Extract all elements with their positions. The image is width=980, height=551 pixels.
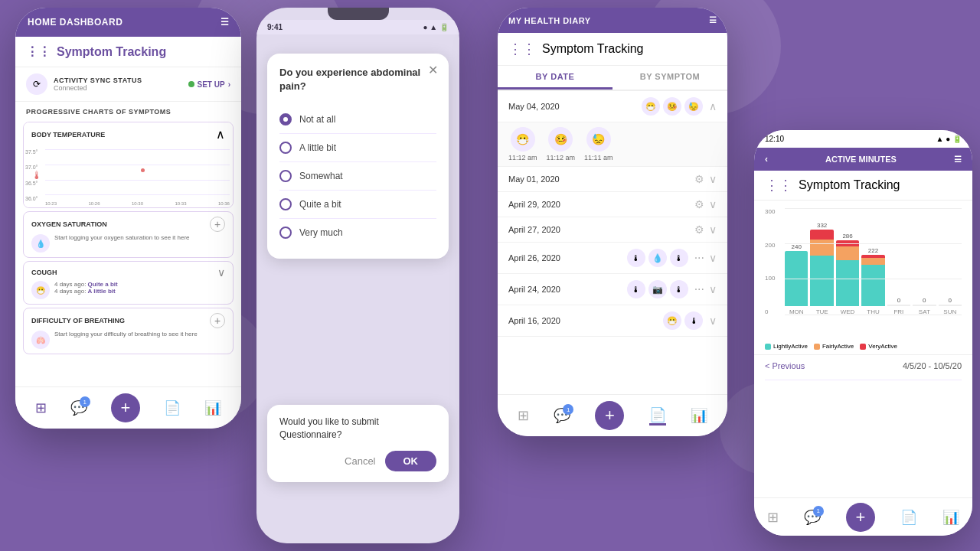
oxygen-log: Start logging your oxygen saturation to … — [54, 234, 225, 241]
chevron-down-apr27: ∨ — [709, 223, 717, 236]
more-icon-apr26[interactable]: ··· — [694, 251, 704, 265]
cough-card: COUGH ∨ 😷 4 days ago: Quite a bit 4 days… — [23, 261, 234, 305]
ok-button[interactable]: OK — [385, 451, 437, 471]
diary-date-apr24: April 24, 2020 — [508, 285, 627, 294]
phone3-nav-charts[interactable]: 📊 — [691, 407, 707, 424]
phone4-nav-messages[interactable]: 💬 1 — [804, 509, 821, 526]
dialog-footer-buttons: Cancel OK — [279, 451, 436, 471]
tab-by-date[interactable]: BY DATE — [498, 66, 612, 90]
phone4-nav-docs[interactable]: 📄 — [900, 509, 917, 526]
x-axis-labels: 10:23 10:26 10:30 10:33 10:36 — [45, 201, 230, 206]
phone1-symptom-tracking-title: Symptom Tracking — [57, 45, 166, 59]
submit-questionnaire-dialog: Would you like to submit Questionnaire? … — [267, 405, 449, 482]
phone3-nav-docs[interactable]: 📄 — [649, 406, 666, 425]
more-icon-apr24[interactable]: ··· — [694, 282, 704, 296]
diary-row-apr24[interactable]: April 24, 2020 🌡 📷 🌡 ··· ∨ — [498, 274, 727, 305]
messages-badge: 1 — [80, 396, 90, 407]
dialog-question-text: Do you experience abdominal pain? — [279, 66, 421, 93]
chart-header: BODY TEMPERATURE ∧ — [24, 122, 233, 146]
phone3-menu-icon[interactable]: ☰ — [709, 15, 717, 25]
chart-grid — [45, 149, 230, 195]
radio-somewhat — [279, 170, 292, 182]
breathing-card-header: DIFFICULTY OF BREATHING + — [31, 313, 225, 328]
activity-label: ACTIVITY SYNC STATUS — [54, 77, 188, 84]
cough-info: 4 days ago: Quite a bit 4 days ago: A li… — [54, 281, 225, 295]
chevron-right-icon: › — [228, 80, 230, 89]
gear-icon-apr27: ⚙ — [694, 223, 704, 236]
phone3-charts-icon: 📊 — [691, 407, 707, 424]
questionnaire-dialog: ✕ Do you experience abdominal pain? Not … — [267, 54, 449, 259]
phone3-messages-badge: 1 — [563, 404, 573, 415]
phone4-charts-icon: 📊 — [942, 509, 959, 526]
phone4-back-button[interactable]: ‹ — [765, 154, 768, 165]
nav-charts[interactable]: 📊 — [204, 399, 221, 416]
cough-collapse-icon[interactable]: ∨ — [217, 266, 225, 279]
option-somewhat[interactable]: Somewhat — [279, 162, 436, 191]
option-quite-a-bit-label: Quite a bit — [299, 199, 341, 210]
phone4-nav-add[interactable]: + — [846, 503, 875, 532]
chevron-down-apr26: ∨ — [709, 252, 717, 264]
diary-row-apr16[interactable]: April 16, 2020 😷 🌡 ∨ — [498, 305, 727, 337]
phone4-signal: ▲ ● 🔋 — [936, 135, 962, 143]
diary-row-may04[interactable]: May 04, 2020 😷 🤒 😓 ∧ — [498, 91, 727, 122]
health-diary-title: MY HEALTH DIARY — [508, 16, 591, 25]
phone4-nav-home[interactable]: ⊞ — [767, 509, 779, 526]
diary-icons-apr24: 🌡 📷 🌡 — [627, 280, 688, 298]
diary-row-apr26[interactable]: April 26, 2020 🌡 💧 🌡 ··· ∨ — [498, 243, 727, 274]
symptom-icon-3: 😓 — [684, 97, 703, 116]
dialog-close-button[interactable]: ✕ — [428, 63, 438, 77]
diary-icons-may04: 😷 🤒 😓 — [642, 97, 703, 116]
docs-nav-icon: 📄 — [164, 399, 181, 416]
tab-by-symptom[interactable]: BY SYMPTOM — [612, 66, 727, 90]
option-quite-a-bit[interactable]: Quite a bit — [279, 191, 436, 219]
phone4-title-bar: ⋮⋮ Symptom Tracking — [754, 171, 972, 201]
breathing-card: DIFFICULTY OF BREATHING + 🫁 Start loggin… — [23, 308, 234, 354]
breathing-icon: 🫁 — [31, 331, 50, 349]
chart-title: BODY TEMPERATURE — [31, 131, 105, 139]
collapse-icon[interactable]: ∧ — [216, 127, 225, 142]
symptom-icon-apr24-1: 🌡 — [627, 280, 645, 298]
menu-icon[interactable]: ☰ — [220, 17, 230, 28]
diary-row-may01[interactable]: May 01, 2020 ⚙ ∨ — [498, 167, 727, 192]
oxygen-icon: 💧 — [31, 234, 50, 253]
oxygen-plus-button[interactable]: + — [210, 217, 225, 232]
diary-row-apr29[interactable]: April 29, 2020 ⚙ ∨ — [498, 192, 727, 217]
diary-row-apr27[interactable]: April 27, 2020 ⚙ ∨ — [498, 217, 727, 243]
phone3-title-bar: ⋮⋮ Symptom Tracking — [498, 33, 727, 66]
diary-icons-apr16: 😷 🌡 — [663, 311, 703, 330]
activity-status: Connected — [54, 84, 188, 92]
oxygen-card-body: 💧 Start logging your oxygen saturation t… — [31, 234, 225, 253]
cough-log1: 4 days ago: Quite a bit — [54, 281, 225, 288]
bar-chart: 240 MON 332 TUE — [785, 208, 962, 331]
activity-sync-row[interactable]: ⟳ ACTIVITY SYNC STATUS Connected SET UP … — [15, 67, 241, 102]
expanded-icon-1: 😷 — [511, 127, 535, 152]
phone1-frame: HOME DASHBOARD ☰ ⋮⋮ Symptom Tracking ⟳ A… — [15, 8, 241, 429]
phone3-bottom-nav: ⊞ 💬 1 + 📄 📊 — [498, 394, 727, 436]
phone3-nav-add[interactable]: + — [595, 401, 624, 430]
option-very-much[interactable]: Very much — [279, 219, 436, 246]
nav-home[interactable]: ⊞ — [35, 399, 47, 416]
separator — [765, 380, 962, 380]
diary-date-apr27: April 27, 2020 — [508, 225, 694, 234]
cancel-button[interactable]: Cancel — [345, 451, 375, 471]
body-temp-chart-card: BODY TEMPERATURE ∧ 🌡 37.5° 37.0° 36.5° 3… — [23, 122, 234, 208]
phone1-title-bar: ⋮⋮ Symptom Tracking — [15, 37, 241, 67]
option-not-at-all[interactable]: Not at all — [279, 106, 436, 134]
lightly-active-dot — [765, 344, 771, 350]
diary-date-apr26: April 26, 2020 — [508, 253, 627, 262]
option-little-bit[interactable]: A little bit — [279, 134, 436, 162]
phone4-menu-icon[interactable]: ☰ — [954, 155, 962, 165]
nav-docs[interactable]: 📄 — [164, 399, 181, 416]
phone3-header: MY HEALTH DIARY ☰ — [498, 8, 727, 33]
nav-add-button[interactable]: + — [111, 393, 140, 422]
breathing-card-body: 🫁 Start logging your difficulty of breat… — [31, 331, 225, 349]
phone4-messages-badge: 1 — [813, 506, 824, 517]
phone4-nav-charts[interactable]: 📊 — [942, 509, 959, 526]
phone3-nav-home[interactable]: ⊞ — [518, 407, 529, 424]
previous-button[interactable]: < Previous — [765, 361, 805, 370]
phone3-nav-messages[interactable]: 💬 1 — [554, 407, 570, 424]
nav-messages[interactable]: 💬 1 — [70, 399, 87, 416]
setup-button[interactable]: SET UP › — [188, 80, 230, 89]
diary-list: May 04, 2020 😷 🤒 😓 ∧ 😷 11:12 am 🤒 11:12 … — [498, 91, 727, 393]
breathing-plus-button[interactable]: + — [210, 313, 225, 328]
